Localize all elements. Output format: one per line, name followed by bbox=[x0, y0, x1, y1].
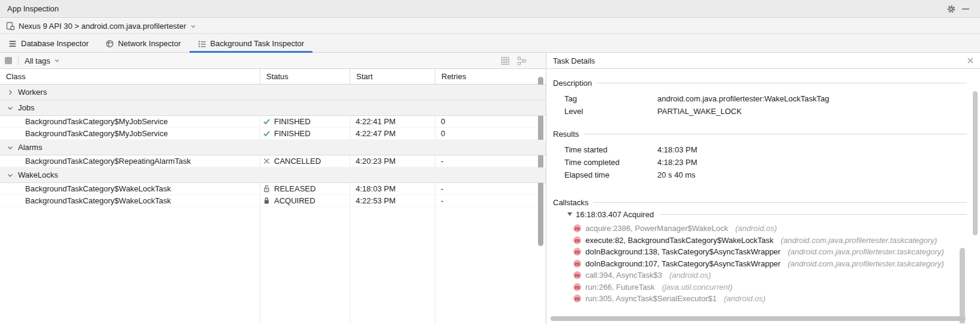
toolbar-separator bbox=[18, 56, 19, 65]
callstack-frame[interactable]: m run:266, FutureTask(java.util.concurre… bbox=[573, 281, 980, 293]
chevron-down-icon bbox=[53, 57, 61, 64]
detail-row: Time started 4:18:03 PM bbox=[553, 143, 980, 156]
task-status: CANCELLED bbox=[274, 157, 321, 166]
group-label: Workers bbox=[18, 88, 47, 97]
detail-value: 4:18:03 PM bbox=[657, 145, 698, 154]
task-class: BackgroundTaskCategory$MyJobService bbox=[0, 116, 260, 127]
network-icon bbox=[106, 40, 114, 48]
detail-value: android.com.java.profilertester:WakeLock… bbox=[657, 94, 829, 103]
task-retries: - bbox=[435, 155, 546, 167]
method-icon: m bbox=[573, 271, 581, 279]
window-title: App Inspection bbox=[7, 4, 59, 13]
column-header-class[interactable]: Class bbox=[0, 69, 260, 84]
task-retries: 0 bbox=[435, 116, 546, 127]
task-class: BackgroundTaskCategory$MyJobService bbox=[0, 128, 260, 139]
task-retries: - bbox=[435, 183, 546, 194]
callstack-frame[interactable]: m acquire:2386, PowerManager$WakeLock(an… bbox=[573, 223, 980, 235]
frame-text: run:266, FutureTask bbox=[585, 283, 655, 292]
stop-icon[interactable] bbox=[5, 57, 12, 64]
group-label: Alarms bbox=[18, 143, 42, 152]
method-icon: m bbox=[573, 260, 581, 268]
detail-row: Level PARTIAL_WAKE_LOCK bbox=[553, 105, 980, 118]
callstack-frame[interactable]: m doInBackground:138, TaskCategory$Async… bbox=[573, 246, 980, 258]
task-row[interactable]: BackgroundTaskCategory$WakeLockTask RELE… bbox=[0, 183, 546, 195]
callstack-group-header[interactable]: 16:18:03.407 Acquired bbox=[553, 208, 980, 220]
gear-icon[interactable] bbox=[944, 2, 958, 16]
detail-label: Tag bbox=[564, 94, 657, 103]
method-icon: m bbox=[573, 248, 581, 256]
frame-text: doInBackground:138, TaskCategory$AsyncTa… bbox=[585, 247, 780, 256]
detail-row: Tag android.com.java.profilertester:Wake… bbox=[553, 92, 980, 105]
chevron-down-icon bbox=[7, 145, 13, 151]
task-start: 4:18:03 PM bbox=[350, 183, 435, 194]
toolbar-right-icons bbox=[501, 56, 541, 65]
grid-icon[interactable] bbox=[501, 56, 510, 65]
table-header: Class Status Start Retries bbox=[0, 69, 546, 85]
column-header-start[interactable]: Start bbox=[350, 69, 435, 84]
task-class: BackgroundTaskCategory$RepeatingAlarmTas… bbox=[0, 155, 260, 167]
frame-text: acquire:2386, PowerManager$WakeLock bbox=[585, 224, 728, 233]
database-icon bbox=[8, 40, 17, 48]
minimize-icon[interactable] bbox=[958, 2, 973, 16]
tag-filter-dropdown[interactable]: All tags bbox=[25, 56, 61, 65]
tab-label: Database Inspector bbox=[21, 39, 89, 48]
details-horizontal-scrollbar[interactable] bbox=[551, 316, 966, 321]
task-status: RELEASED bbox=[274, 184, 315, 193]
task-row[interactable]: BackgroundTaskCategory$MyJobService FINI… bbox=[0, 116, 546, 128]
task-status: ACQUIRED bbox=[274, 196, 315, 205]
results-rows: Time started 4:18:03 PM Time completed 4… bbox=[553, 143, 980, 181]
column-header-status[interactable]: Status bbox=[260, 69, 350, 84]
graph-icon[interactable] bbox=[517, 56, 527, 65]
task-row[interactable]: BackgroundTaskCategory$WakeLockTask ACQU… bbox=[0, 195, 546, 207]
tab-background-task-inspector[interactable]: Background Task Inspector bbox=[190, 35, 313, 52]
tab-network-inspector[interactable]: Network Inspector bbox=[97, 35, 190, 52]
group-row-alarms[interactable]: Alarms bbox=[0, 140, 546, 155]
task-row[interactable]: BackgroundTaskCategory$MyJobService FINI… bbox=[0, 128, 546, 140]
group-row-workers[interactable]: Workers bbox=[0, 85, 546, 100]
method-icon: m bbox=[573, 283, 581, 291]
triangle-down-icon bbox=[567, 212, 572, 216]
frame-text: run:305, AsyncTask$SerialExecutor$1 bbox=[585, 294, 717, 303]
task-table-panel: All tags bbox=[0, 53, 546, 324]
section-label: Callstacks bbox=[553, 198, 588, 207]
device-bar[interactable]: Nexus 9 API 30 > android.com.java.profil… bbox=[0, 19, 980, 34]
lock-open-icon bbox=[263, 185, 270, 193]
group-row-jobs[interactable]: Jobs bbox=[0, 100, 546, 116]
task-retries: 0 bbox=[435, 128, 546, 139]
check-icon bbox=[263, 130, 270, 137]
chevron-down-icon bbox=[7, 172, 13, 178]
task-row[interactable]: BackgroundTaskCategory$RepeatingAlarmTas… bbox=[0, 155, 546, 167]
task-status: FINISHED bbox=[274, 117, 311, 126]
chevron-down-icon bbox=[7, 105, 13, 111]
app-inspection-window: App Inspection Nexus 9 API 30 > android.… bbox=[0, 0, 980, 324]
details-vertical-scrollbar[interactable] bbox=[973, 91, 978, 235]
callstack-frame[interactable]: m call:394, AsyncTask$3(android.os) bbox=[573, 269, 980, 281]
group-row-wakelocks[interactable]: WakeLocks bbox=[0, 167, 546, 183]
task-start: 4:22:47 PM bbox=[350, 128, 435, 139]
section-rule bbox=[597, 83, 967, 83]
task-start: 4:22:41 PM bbox=[350, 116, 435, 127]
background-task-icon bbox=[198, 40, 206, 48]
column-header-retries[interactable]: Retries bbox=[435, 69, 546, 84]
table-toolbar: All tags bbox=[0, 53, 546, 69]
callstack-frames: m acquire:2386, PowerManager$WakeLock(an… bbox=[553, 223, 980, 305]
section-label: Results bbox=[553, 130, 579, 139]
callstack-vertical-scrollbar[interactable] bbox=[960, 248, 965, 323]
frame-text: call:394, AsyncTask$3 bbox=[585, 271, 662, 280]
frame-package: (android.os) bbox=[724, 294, 765, 303]
group-label: Jobs bbox=[18, 103, 34, 112]
detail-row: Time completed 4:18:23 PM bbox=[553, 156, 980, 169]
task-status: FINISHED bbox=[274, 129, 311, 138]
callstack-frame[interactable]: m doInBackground:107, TaskCategory$Async… bbox=[573, 258, 980, 270]
tab-label: Background Task Inspector bbox=[211, 39, 305, 48]
section-label: Description bbox=[553, 79, 592, 88]
task-class: BackgroundTaskCategory$WakeLockTask bbox=[0, 195, 260, 206]
task-details-body: Description Tag android.com.java.profile… bbox=[547, 69, 980, 323]
task-class: BackgroundTaskCategory$WakeLockTask bbox=[0, 183, 260, 194]
close-icon[interactable] bbox=[967, 57, 974, 64]
frame-package: (android.os) bbox=[669, 271, 711, 280]
tab-database-inspector[interactable]: Database Inspector bbox=[0, 35, 97, 52]
callstack-frame[interactable]: m run:305, AsyncTask$SerialExecutor$1(an… bbox=[573, 293, 980, 305]
callstack-frame[interactable]: m execute:82, BackgroundTaskCategory$Wak… bbox=[573, 235, 980, 247]
device-icon bbox=[6, 22, 15, 31]
